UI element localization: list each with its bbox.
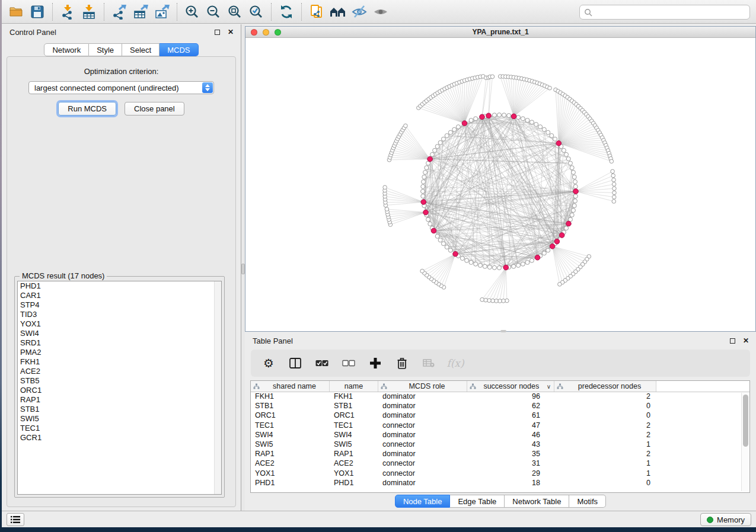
delete-row-button[interactable]	[395, 356, 409, 370]
table-row[interactable]: STB1STB1dominator620	[251, 402, 749, 411]
ring-node[interactable]	[438, 238, 442, 242]
table-row[interactable]: PHD1PHD1dominator180	[251, 479, 749, 488]
ring-node[interactable]	[483, 264, 487, 268]
satellite-node[interactable]	[548, 86, 552, 90]
tab-network[interactable]: Network	[44, 43, 89, 56]
ring-node[interactable]	[435, 234, 439, 238]
mcds-result-item[interactable]: PMA2	[18, 348, 221, 357]
dominator-node[interactable]	[511, 114, 516, 119]
satellite-node[interactable]	[613, 187, 617, 191]
ring-node[interactable]	[474, 117, 478, 121]
ring-node[interactable]	[492, 113, 496, 117]
table-row[interactable]: TEC1TEC1connector472	[251, 421, 749, 431]
table-row[interactable]: ORC1ORC1dominator610	[251, 411, 749, 421]
dominator-node[interactable]	[462, 121, 467, 126]
mcds-result-item[interactable]: SWI4	[18, 329, 221, 338]
refresh-view-button[interactable]	[276, 2, 297, 22]
dominator-node[interactable]	[559, 233, 564, 238]
ring-node[interactable]	[525, 260, 529, 264]
save-session-button[interactable]	[27, 2, 48, 22]
mcds-result-item[interactable]: STP4	[18, 300, 221, 310]
mcds-result-item[interactable]: FKH1	[18, 357, 221, 367]
ring-node[interactable]	[474, 262, 478, 266]
ring-node[interactable]	[438, 140, 442, 145]
satellite-node[interactable]	[420, 269, 425, 273]
ring-node[interactable]	[546, 130, 550, 134]
satellite-node[interactable]	[611, 174, 615, 178]
ring-node[interactable]	[478, 263, 482, 267]
ring-node[interactable]	[572, 175, 576, 179]
ring-node[interactable]	[521, 117, 525, 121]
tab-edge-table[interactable]: Edge Table	[450, 495, 505, 508]
dominator-node[interactable]	[535, 255, 540, 260]
float-panel-button[interactable]	[213, 28, 221, 36]
memory-button[interactable]: Memory	[700, 513, 751, 526]
satellite-node[interactable]	[480, 297, 484, 302]
ring-node[interactable]	[448, 248, 452, 252]
ring-node[interactable]	[426, 217, 430, 222]
search-input[interactable]	[595, 8, 745, 17]
table-scrollbar[interactable]	[741, 393, 749, 491]
satellite-node[interactable]	[490, 75, 495, 79]
dominator-node[interactable]	[428, 156, 433, 162]
table-row[interactable]: FKH1FKH1dominator962	[251, 392, 749, 402]
zoom-in-button[interactable]	[181, 2, 203, 22]
mcds-result-item[interactable]: GCR1	[18, 433, 221, 443]
table-row[interactable]: YOX1YOX1connector291	[251, 469, 749, 479]
ring-node[interactable]	[573, 180, 577, 184]
tab-mcds[interactable]: MCDS	[160, 43, 198, 56]
ring-node[interactable]	[525, 118, 529, 123]
ring-node[interactable]	[469, 260, 473, 264]
ring-node[interactable]	[448, 130, 452, 134]
zoom-out-button[interactable]	[203, 2, 224, 22]
show-columns-button[interactable]	[288, 356, 302, 370]
apply-function-button[interactable]: f(x)	[448, 356, 462, 370]
ring-node[interactable]	[573, 194, 578, 198]
mcds-result-item[interactable]: TID3	[18, 310, 221, 319]
ring-node[interactable]	[572, 204, 576, 208]
run-mcds-button[interactable]: Run MCDS	[58, 102, 116, 116]
mcds-result-item[interactable]: YOX1	[18, 319, 221, 329]
tab-network-table[interactable]: Network Table	[505, 495, 569, 508]
list-scrollbar[interactable]	[214, 281, 221, 494]
ring-node[interactable]	[445, 133, 449, 137]
zoom-selected-button[interactable]	[245, 2, 267, 22]
ring-node[interactable]	[435, 145, 439, 149]
dominator-node[interactable]	[556, 141, 562, 146]
satellite-node[interactable]	[385, 207, 389, 211]
mcds-result-item[interactable]: TEC1	[18, 424, 221, 433]
zoom-fit-button[interactable]	[224, 2, 245, 22]
ring-node[interactable]	[445, 245, 449, 249]
dominator-node[interactable]	[486, 113, 492, 118]
tab-node-table[interactable]: Node Table	[395, 495, 451, 508]
ring-node[interactable]	[492, 265, 496, 270]
ring-node[interactable]	[456, 125, 460, 129]
column-header-shared-name[interactable]: shared name	[251, 381, 330, 392]
ring-node[interactable]	[422, 175, 426, 179]
first-neighbors-button[interactable]	[327, 2, 349, 22]
close-table-panel-button[interactable]: ✕	[742, 336, 750, 345]
satellite-node[interactable]	[612, 182, 616, 187]
ring-node[interactable]	[512, 264, 516, 268]
dominator-node[interactable]	[554, 239, 560, 244]
satellite-node[interactable]	[558, 283, 562, 287]
network-graph[interactable]	[245, 39, 755, 332]
ring-node[interactable]	[534, 122, 538, 126]
dominator-node[interactable]	[503, 265, 509, 270]
network-canvas[interactable]	[245, 39, 755, 331]
share-document-button[interactable]	[306, 2, 327, 22]
ring-node[interactable]	[550, 133, 554, 137]
ring-node[interactable]	[428, 222, 432, 226]
ring-node[interactable]	[421, 190, 425, 194]
ring-node[interactable]	[564, 152, 569, 156]
task-history-button[interactable]	[7, 513, 24, 526]
select-all-button[interactable]	[315, 356, 329, 370]
ring-node[interactable]	[507, 114, 511, 118]
ring-node[interactable]	[425, 166, 429, 170]
ring-node[interactable]	[571, 209, 575, 213]
float-table-panel-button[interactable]	[728, 336, 736, 345]
mcds-result-item[interactable]: ORC1	[18, 386, 221, 395]
export-network-button[interactable]	[109, 2, 130, 22]
satellite-node[interactable]	[404, 124, 408, 128]
table-panel-grip[interactable]	[500, 330, 506, 332]
